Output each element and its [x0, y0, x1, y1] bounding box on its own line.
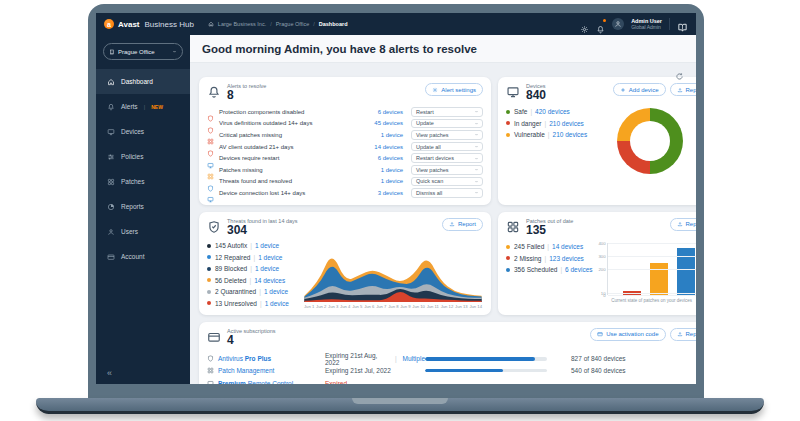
breadcrumb-current: Dashboard: [319, 21, 348, 27]
legend-item: In danger | 210 devices: [506, 118, 587, 130]
devices-link[interactable]: 6 devices: [355, 155, 403, 161]
notification-dot: [603, 19, 607, 23]
settings-gear-icon[interactable]: [580, 20, 589, 29]
patch-icon: [107, 178, 115, 186]
gear-icon: [432, 87, 438, 93]
add-device-button[interactable]: Add device: [613, 83, 666, 96]
devices-link[interactable]: 6 devices: [355, 109, 403, 115]
chevron-down-icon: [474, 144, 479, 149]
legend-devices-link[interactable]: 1 device: [255, 242, 279, 249]
notifications-bell-icon[interactable]: [596, 20, 605, 29]
sidebar-collapse-button[interactable]: «: [107, 368, 112, 378]
alert-row: Critical patches missing 1 device View p…: [207, 129, 483, 141]
card-icon: [597, 331, 603, 337]
subscription-name-link[interactable]: Patch Management: [207, 367, 325, 374]
alert-action-select[interactable]: Dismiss all: [411, 188, 483, 198]
breadcrumb-company[interactable]: Large Business Inc.: [218, 21, 266, 27]
vulnerable-dot: [506, 133, 510, 137]
alert-action-select[interactable]: Update: [411, 119, 483, 129]
safe-devices-link[interactable]: 420 devices: [535, 108, 570, 115]
subscriptions-count: 4: [227, 334, 276, 346]
threats-area-chart: [303, 244, 483, 302]
brand: a Avast Business Hub: [104, 19, 194, 29]
devices-link[interactable]: 3 devices: [355, 190, 403, 196]
subscriptions-report-button[interactable]: Report: [670, 328, 696, 341]
legend-dot: [207, 290, 211, 294]
sidebar-item-account[interactable]: Account: [96, 244, 190, 269]
legend-item: 56 Deleted|14 devices: [207, 274, 303, 286]
threats-card: Threats found in last 14 days 304 Report: [199, 212, 491, 315]
patches-chart-xlabel: Current state of patches on your devices: [593, 298, 696, 303]
sidebar: Prague Office Dashboard Alerts | NEW: [96, 35, 190, 384]
refresh-icon[interactable]: [675, 67, 684, 76]
threats-report-button[interactable]: Report: [442, 218, 483, 231]
alert-action-select[interactable]: Restart: [411, 107, 483, 117]
chevron-down-icon: [474, 156, 479, 161]
user-avatar[interactable]: [612, 18, 624, 30]
legend-dot: [506, 245, 510, 249]
sidebar-item-reports[interactable]: Reports: [96, 194, 190, 219]
monitor-icon: [207, 189, 214, 196]
patches-report-button[interactable]: Report: [670, 218, 696, 231]
sidebar-item-alerts[interactable]: Alerts | NEW: [96, 94, 190, 119]
dashboard-content: Good morning Admin, you have 8 alerts to…: [190, 35, 696, 384]
legend-devices-link[interactable]: 1 device: [265, 300, 289, 307]
alert-row: Threats found and resolved 1 device Quic…: [207, 176, 483, 188]
danger-devices-link[interactable]: 210 devices: [549, 120, 584, 127]
vulnerable-devices-link[interactable]: 210 devices: [553, 131, 588, 138]
subscription-name-link[interactable]: Premium Remote Control: [207, 380, 325, 385]
sidebar-item-policies[interactable]: Policies: [96, 144, 190, 169]
legend-devices-link[interactable]: 1 device: [264, 288, 288, 295]
expiry-text: Expiring 21st Jul, 2022: [325, 367, 425, 374]
site-selector[interactable]: Prague Office: [103, 43, 183, 60]
devices-link[interactable]: 14 devices: [355, 144, 403, 150]
sidebar-item-patches[interactable]: Patches: [96, 169, 190, 194]
alert-action-select[interactable]: Quick scan: [411, 177, 483, 187]
legend-devices-link[interactable]: 1 device: [255, 265, 279, 272]
use-activation-code-button[interactable]: Use activation code: [590, 328, 665, 341]
home-icon: [107, 78, 115, 86]
legend-devices-link[interactable]: 6 devices: [565, 266, 592, 273]
alert-row: Patches missing 1 device View patches: [207, 164, 483, 176]
legend-devices-link[interactable]: 1 device: [258, 254, 282, 261]
legend-devices-link[interactable]: 14 devices: [552, 243, 583, 250]
learn-book-icon[interactable]: [677, 19, 688, 30]
subscription-row: Premium Remote Control Expired: [207, 377, 696, 384]
legend-devices-link[interactable]: 14 devices: [254, 277, 285, 284]
devices-link[interactable]: 45 devices: [355, 120, 403, 126]
danger-dot: [506, 121, 510, 125]
legend-dot: [207, 301, 211, 305]
sidebar-item-dashboard[interactable]: Dashboard: [96, 69, 190, 94]
threats-x-axis: Jun 1Jun 2Jun 3Jun 4Jun 5Jun 6Jun 7Jun 8…: [303, 304, 483, 309]
devices-link[interactable]: 1 device: [355, 178, 403, 184]
download-icon: [449, 221, 455, 227]
patches-bar-chart: 400300200100: [607, 243, 696, 295]
legend-item: 245 Failed|14 devices: [506, 241, 593, 253]
laptop-base-notch: [352, 398, 448, 404]
alert-action-select[interactable]: Update all: [411, 142, 483, 152]
devices-link[interactable]: 1 device: [355, 167, 403, 173]
multiple-link[interactable]: Multiple: [403, 355, 425, 362]
monitor-icon: [207, 380, 214, 385]
laptop-base: [36, 398, 764, 414]
plus-icon: [620, 87, 626, 93]
legend-dot: [207, 267, 211, 271]
alert-action-select[interactable]: View patches: [411, 130, 483, 140]
sidebar-item-users[interactable]: Users: [96, 219, 190, 244]
monitor-icon: [207, 155, 214, 162]
sliders-icon: [107, 153, 115, 161]
breadcrumb-site[interactable]: Prague Office: [276, 21, 310, 27]
subscription-name-link[interactable]: Antivirus Pro Plus: [207, 355, 325, 362]
devices-report-button[interactable]: Report: [670, 83, 696, 96]
alert-settings-button[interactable]: Alert settings: [425, 83, 483, 96]
devices-link[interactable]: 1 device: [355, 132, 403, 138]
laptop-mockup: a Avast Business Hub Large Business Inc.…: [0, 0, 800, 421]
safe-dot: [506, 110, 510, 114]
chevron-down-icon: [474, 190, 479, 195]
alert-action-select[interactable]: Restart devices: [411, 153, 483, 163]
brand-rest: Business Hub: [145, 20, 194, 29]
usage-progress-bar: [425, 369, 547, 373]
sidebar-item-devices[interactable]: Devices: [96, 119, 190, 144]
alert-action-select[interactable]: View patches: [411, 165, 483, 175]
legend-devices-link[interactable]: 123 devices: [549, 255, 584, 262]
